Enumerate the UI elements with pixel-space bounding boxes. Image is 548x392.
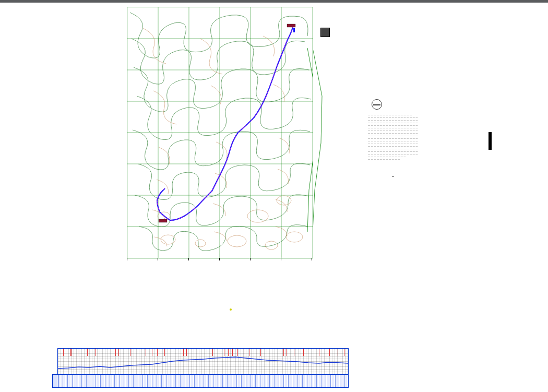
databand-label-box bbox=[52, 374, 58, 388]
profile-line-chart bbox=[58, 349, 348, 375]
svg-point-14 bbox=[228, 235, 246, 247]
profile-data-band bbox=[57, 374, 349, 388]
survey-grid bbox=[127, 7, 313, 258]
plan-view-drawing bbox=[127, 7, 313, 258]
north-arrow-icon bbox=[372, 99, 382, 110]
svg-point-13 bbox=[195, 240, 206, 247]
frame-extension bbox=[313, 7, 333, 258]
svg-point-15 bbox=[265, 241, 278, 250]
station-end-marker bbox=[287, 24, 295, 27]
legend-swatch bbox=[320, 28, 330, 37]
svg-point-16 bbox=[286, 232, 303, 242]
profile-view-frame bbox=[57, 348, 349, 375]
title-block: — — — — — — — — — — — — — — — — — — — — … bbox=[368, 113, 425, 160]
center-marker-icon bbox=[230, 308, 232, 311]
cad-model-space[interactable]: — — — — — — — — — — — — — — — — — — — — … bbox=[0, 3, 548, 392]
title-block-dot bbox=[392, 176, 394, 177]
svg-rect-20 bbox=[293, 28, 295, 32]
sheet-index-bar bbox=[489, 132, 492, 150]
station-start-marker bbox=[159, 219, 167, 222]
alignment-centerline bbox=[157, 27, 293, 220]
plan-view-frame bbox=[127, 7, 313, 258]
